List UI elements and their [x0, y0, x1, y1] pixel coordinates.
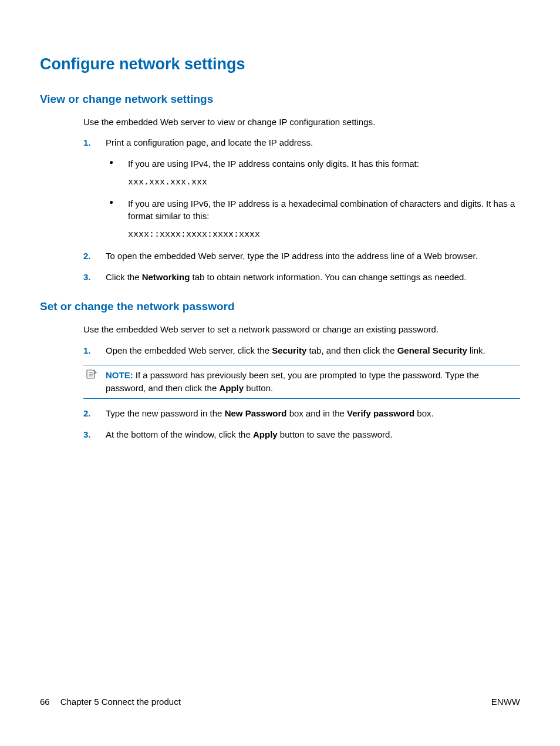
step-3: 3. Click the Networking tab to obtain ne…: [83, 271, 520, 284]
step-number: 2.: [83, 407, 91, 420]
step-text: Type the new password in the New Passwor…: [106, 408, 434, 418]
step-2: 2. To open the embedded Web server, type…: [83, 250, 520, 263]
step-1: 1. Open the embedded Web server, click t…: [83, 344, 520, 357]
page-title: Configure network settings: [40, 53, 520, 76]
language-code: ENWW: [491, 695, 520, 708]
ipv6-format: xxxx::xxxx:xxxx:xxxx:xxxx: [128, 228, 520, 241]
step-number: 1.: [83, 344, 91, 357]
section-heading-password: Set or change the network password: [40, 298, 520, 315]
section1-steps: 1. Print a configuration page, and locat…: [83, 136, 520, 283]
bullet-text: If you are using IPv4, the IP address co…: [128, 159, 419, 169]
step-3: 3. At the bottom of the window, click th…: [83, 428, 520, 441]
step-2: 2. Type the new password in the New Pass…: [83, 407, 520, 420]
step-text: Open the embedded Web server, click the …: [106, 345, 485, 355]
section-heading-view-change: View or change network settings: [40, 91, 520, 107]
chapter-label: Chapter 5 Connect the product: [60, 695, 181, 708]
step-text: Print a configuration page, and locate t…: [106, 137, 313, 147]
section2-steps: 1. Open the embedded Web server, click t…: [83, 344, 520, 357]
ipv6-bullet: If you are using IPv6, the IP address is…: [106, 197, 520, 241]
step-number: 3.: [83, 428, 91, 441]
step-number: 1.: [83, 136, 91, 149]
step-text: At the bottom of the window, click the A…: [106, 429, 393, 439]
step-1: 1. Print a configuration page, and locat…: [83, 136, 520, 241]
section1-intro: Use the embedded Web server to view or c…: [83, 116, 520, 129]
step-text: To open the embedded Web server, type th…: [106, 251, 478, 261]
step-number: 2.: [83, 250, 91, 263]
note-content: NOTE: If a password has previously been …: [106, 370, 479, 393]
step-text: Click the Networking tab to obtain netwo…: [106, 272, 467, 282]
ipv4-format: xxx.xxx.xxx.xxx: [128, 176, 520, 189]
page-number: 66: [40, 695, 50, 708]
ip-format-list: If you are using IPv4, the IP address co…: [106, 157, 520, 241]
note-block: NOTE: If a password has previously been …: [83, 365, 520, 399]
bullet-text: If you are using IPv6, the IP address is…: [128, 199, 515, 221]
section2-steps-cont: 2. Type the new password in the New Pass…: [83, 407, 520, 441]
note-icon: [86, 369, 97, 379]
section2-intro: Use the embedded Web server to set a net…: [83, 323, 520, 336]
ipv4-bullet: If you are using IPv4, the IP address co…: [106, 157, 520, 189]
step-number: 3.: [83, 271, 91, 284]
page-footer: 66 Chapter 5 Connect the product ENWW: [40, 695, 520, 708]
